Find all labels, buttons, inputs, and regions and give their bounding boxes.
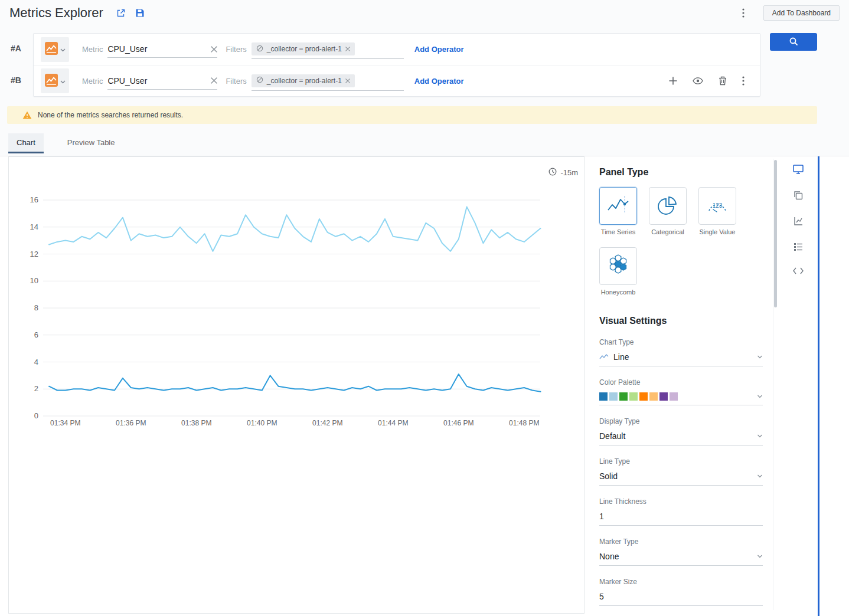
metric-input[interactable]: CPU_User: [107, 44, 217, 58]
add-query-row-icon[interactable]: [669, 77, 677, 85]
line-thickness-field: Line Thickness: [599, 497, 763, 526]
remove-filter-icon[interactable]: [345, 78, 350, 83]
chevron-down-icon: [757, 355, 763, 359]
line-type-select[interactable]: Solid: [599, 471, 763, 486]
palette-color-swatch: [609, 392, 618, 401]
row-kebab-menu-icon[interactable]: [742, 76, 744, 86]
color-palette-select[interactable]: [599, 392, 763, 405]
chevron-down-icon: [757, 474, 763, 478]
filters-label: Filters: [226, 45, 246, 54]
active-panel-indicator: [818, 156, 819, 616]
filters-input[interactable]: _collector = prod-alert-1: [252, 74, 404, 91]
chevron-down-icon: [60, 45, 66, 54]
display-settings-icon[interactable]: [793, 165, 804, 174]
palette-color-swatch: [619, 392, 628, 401]
line-thickness-label: Line Thickness: [599, 497, 763, 506]
query-row-id-a: #A: [11, 44, 21, 53]
header-kebab-menu-icon[interactable]: [736, 6, 750, 20]
palette-color-swatch: [649, 392, 658, 401]
palette-color-swatch: [639, 392, 648, 401]
marker-size-input[interactable]: [599, 592, 763, 606]
filter-chip[interactable]: _collector = prod-alert-1: [252, 42, 355, 55]
honeycomb-icon: [605, 253, 631, 280]
svg-text:6: 6: [34, 330, 38, 339]
filters-label: Filters: [226, 77, 246, 86]
metric-input[interactable]: CPU_User: [107, 76, 217, 90]
time-range-label: -15m: [560, 168, 578, 177]
metric-source-button[interactable]: [41, 68, 69, 93]
metric-source-button[interactable]: [41, 37, 69, 62]
clock-icon: [548, 168, 557, 178]
svg-text:2: 2: [34, 384, 38, 393]
page-title: Metrics Explorer: [9, 5, 103, 21]
delete-row-trash-icon[interactable]: [719, 76, 727, 86]
filter-chip-text: _collector = prod-alert-1: [267, 77, 342, 85]
display-type-value: Default: [599, 431, 625, 441]
chart-type-select[interactable]: Line: [599, 352, 763, 366]
legend-settings-icon[interactable]: [794, 243, 803, 251]
svg-text:01:44 PM: 01:44 PM: [378, 419, 408, 427]
svg-text:12: 12: [30, 250, 38, 258]
main-area: -15m 024681012141601:34 PM01:36 PM01:38 …: [0, 156, 849, 616]
chart-type-field: Chart Type Line: [599, 338, 763, 366]
line-type-value: Solid: [599, 471, 618, 481]
metric-value-text: CPU_User: [107, 76, 147, 86]
tab-chart[interactable]: Chart: [8, 133, 44, 153]
query-row-b: Metric CPU_User Filters _colle: [34, 65, 760, 96]
save-icon[interactable]: [133, 6, 147, 20]
palette-color-swatch: [629, 392, 638, 401]
share-icon[interactable]: [114, 6, 128, 20]
add-operator-link[interactable]: Add Operator: [414, 77, 464, 86]
marker-type-label: Marker Type: [599, 538, 763, 546]
tabs: Chart Preview Table: [8, 133, 123, 153]
panel-type-single-value[interactable]: 123: [698, 187, 736, 225]
top-region: Metrics Explorer Add To Dashboard #A #B: [0, 0, 849, 156]
panel-type-label: Single Value: [698, 228, 736, 235]
filter-chip[interactable]: _collector = prod-alert-1: [252, 74, 355, 87]
line-thickness-input[interactable]: [599, 512, 763, 526]
header-actions: Add To Dashboard: [736, 5, 840, 21]
marker-type-select[interactable]: None: [599, 552, 763, 566]
add-to-dashboard-button[interactable]: Add To Dashboard: [763, 5, 840, 21]
svg-text:01:38 PM: 01:38 PM: [181, 419, 211, 427]
filter-chip-text: _collector = prod-alert-1: [267, 45, 342, 53]
add-operator-link[interactable]: Add Operator: [414, 45, 464, 54]
pie-chart-icon: [655, 192, 681, 220]
code-view-icon[interactable]: [793, 267, 804, 274]
visual-settings-panel: Panel Type Time Series: [590, 156, 765, 606]
exclude-icon: [256, 45, 263, 54]
svg-text:0: 0: [34, 411, 38, 420]
visual-settings-title: Visual Settings: [599, 316, 763, 326]
svg-text:01:42 PM: 01:42 PM: [312, 419, 342, 427]
line-chart[interactable]: 024681012141601:34 PM01:36 PM01:38 PM01:…: [9, 186, 585, 434]
time-series-icon: [605, 192, 631, 220]
query-row-actions: [669, 76, 753, 86]
panel-type-categorical[interactable]: [649, 187, 687, 225]
palette-color-swatch: [670, 392, 678, 401]
remove-filter-icon[interactable]: [345, 47, 350, 51]
metric-label: Metric: [82, 77, 103, 86]
display-type-select[interactable]: Default: [599, 431, 763, 445]
time-range-badge[interactable]: -15m: [548, 168, 578, 178]
settings-scrollbar[interactable]: [773, 159, 776, 610]
line-type-field: Line Type Solid: [599, 457, 763, 486]
svg-text:01:46 PM: 01:46 PM: [443, 419, 474, 427]
svg-text:01:36 PM: 01:36 PM: [116, 419, 146, 427]
warning-text: None of the metrics searches returned re…: [38, 111, 183, 119]
display-type-field: Display Type Default: [599, 417, 763, 445]
toggle-visibility-eye-icon[interactable]: [693, 77, 703, 84]
search-button[interactable]: [770, 33, 817, 51]
marker-type-value: None: [599, 552, 619, 561]
clear-metric-icon[interactable]: [211, 77, 217, 84]
chevron-down-icon: [757, 395, 763, 398]
filters-input[interactable]: _collector = prod-alert-1: [252, 42, 404, 59]
copy-panel-icon[interactable]: [794, 191, 803, 200]
panel-type-time-series[interactable]: [599, 187, 637, 225]
panel-type-honeycomb[interactable]: [599, 247, 637, 285]
clear-metric-icon[interactable]: [211, 46, 217, 53]
panel-type-label: Categorical: [649, 228, 687, 235]
axes-settings-icon[interactable]: [794, 217, 803, 226]
metrics-source-icon: [45, 74, 58, 89]
scrollbar-thumb[interactable]: [774, 160, 777, 307]
tab-preview-table[interactable]: Preview Table: [59, 133, 123, 153]
